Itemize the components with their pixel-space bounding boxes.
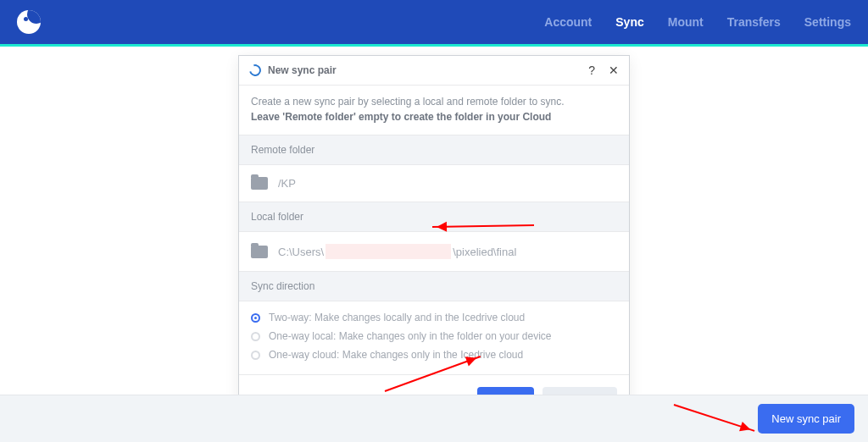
radio-dot-icon	[251, 332, 260, 341]
radio-label: One-way local: Make changes only in the …	[269, 330, 552, 342]
dialog-description: Create a new sync pair by selecting a lo…	[239, 86, 629, 135]
sync-direction-header: Sync direction	[239, 272, 629, 301]
folder-icon	[251, 177, 268, 190]
bottom-bar: New sync pair	[0, 395, 868, 442]
redacted-username	[326, 244, 451, 259]
nav-item-mount[interactable]: Mount	[668, 15, 704, 29]
help-icon[interactable]: ?	[588, 64, 595, 76]
sync-icon	[247, 62, 263, 78]
close-icon[interactable]: ✕	[609, 64, 619, 76]
dialog-description-line2: Leave 'Remote folder' empty to create th…	[251, 109, 617, 124]
app-logo-icon	[17, 10, 41, 34]
local-folder-row[interactable]: C:\Users\ \pixelied\final	[239, 232, 629, 272]
remote-folder-header: Remote folder	[239, 135, 629, 165]
radio-dot-icon	[251, 351, 260, 360]
remote-folder-row[interactable]: /KP	[239, 165, 629, 202]
local-folder-path-prefix: C:\Users\	[278, 246, 324, 258]
radio-dot-icon	[251, 313, 260, 323]
local-folder-path-suffix: \pixelied\final	[453, 246, 516, 258]
remote-folder-path: /KP	[278, 177, 296, 190]
sync-direction-options: Two-way: Make changes locally and in the…	[239, 301, 629, 375]
radio-two-way[interactable]: Two-way: Make changes locally and in the…	[251, 312, 617, 323]
radio-label: Two-way: Make changes locally and in the…	[269, 312, 525, 323]
new-sync-pair-dialog: New sync pair ? ✕ Create a new sync pair…	[238, 55, 630, 424]
topbar: Account Sync Mount Transfers Settings	[0, 0, 868, 44]
page: New sync pair ? ✕ Create a new sync pair…	[0, 47, 868, 442]
nav-item-account[interactable]: Account	[544, 15, 592, 29]
local-folder-path: C:\Users\ \pixelied\final	[278, 244, 516, 259]
dialog-description-line1: Create a new sync pair by selecting a lo…	[251, 96, 565, 108]
dialog-title: New sync pair	[268, 64, 337, 76]
nav-item-transfers[interactable]: Transfers	[727, 15, 781, 29]
dialog-titlebar: New sync pair ? ✕	[239, 56, 629, 86]
new-sync-pair-button[interactable]: New sync pair	[758, 404, 854, 434]
nav-item-sync[interactable]: Sync	[615, 15, 643, 29]
radio-one-way-cloud[interactable]: One-way cloud: Make changes only in the …	[251, 349, 617, 361]
nav: Account Sync Mount Transfers Settings	[544, 15, 851, 29]
radio-one-way-local[interactable]: One-way local: Make changes only in the …	[251, 330, 617, 342]
radio-label: One-way cloud: Make changes only in the …	[269, 349, 523, 361]
folder-icon	[251, 246, 268, 258]
nav-item-settings[interactable]: Settings	[804, 15, 851, 29]
